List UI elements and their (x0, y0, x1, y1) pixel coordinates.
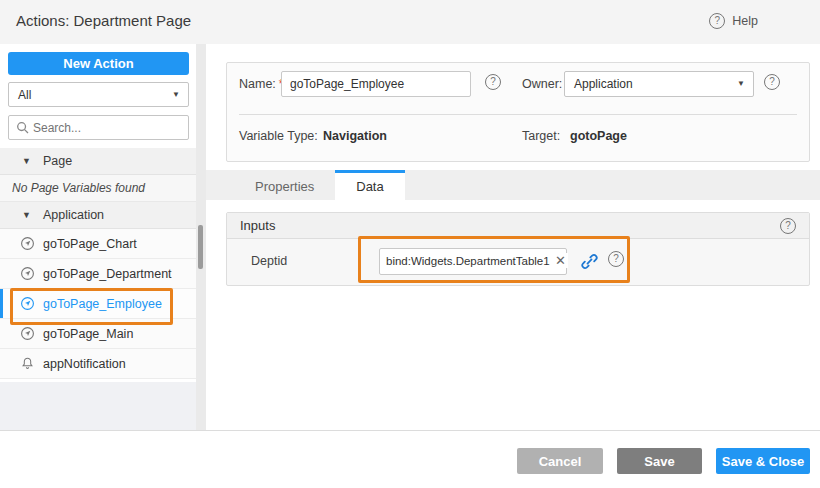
search-box (8, 115, 189, 140)
deptid-bind-value: bind:Widgets.DepartmentTable1.select (386, 249, 550, 274)
save-button[interactable]: Save (617, 448, 702, 474)
clear-binding-icon[interactable]: ✕ (553, 253, 568, 268)
navigation-icon (20, 326, 35, 341)
sidebar-item-appnotification[interactable]: appNotification (0, 349, 196, 379)
chevron-down-icon: ▼ (737, 79, 745, 88)
owner-help-icon[interactable]: ? (764, 74, 780, 90)
action-summary-panel: Name:* ? Owner:* Application ▼ ? Variabl… (226, 62, 810, 162)
owner-select-value: Application (574, 77, 633, 91)
inputs-section: Inputs ? Deptid bind:Widgets.DepartmentT… (226, 212, 810, 286)
tree-section-label: Application (43, 208, 104, 222)
search-icon (16, 121, 30, 135)
variable-type-value: Navigation (323, 129, 387, 143)
help-icon: ? (709, 13, 725, 29)
tree-section-page[interactable]: ▼ Page (0, 148, 196, 175)
navigation-icon (20, 236, 35, 251)
dialog-footer: Cancel Save Save & Close (0, 430, 820, 488)
inputs-help-icon[interactable]: ? (780, 218, 796, 234)
tab-data[interactable]: Data (335, 170, 404, 200)
tab-bar: Properties Data (206, 170, 820, 200)
sidebar-filler (0, 382, 196, 430)
tree-section-application[interactable]: ▼ Application (0, 202, 196, 229)
collapse-arrow-icon: ▼ (22, 210, 31, 220)
dialog-header: Actions: Department Page ? Help (0, 0, 820, 44)
deptid-help-icon[interactable]: ? (608, 251, 624, 267)
navigation-icon (20, 266, 35, 281)
chevron-down-icon: ▼ (172, 90, 180, 99)
navigation-icon (20, 296, 35, 311)
target-value: gotoPage (570, 129, 627, 143)
target-label: Target: (522, 129, 560, 143)
sidebar-item-gotopage-main[interactable]: goToPage_Main (0, 319, 196, 349)
help-button[interactable]: ? Help (709, 13, 758, 29)
inputs-section-header: Inputs ? (227, 213, 809, 239)
owner-label: Owner:* (522, 77, 570, 91)
name-field[interactable] (281, 71, 471, 97)
actions-dialog: Actions: Department Page ? Help New Acti… (0, 0, 820, 488)
new-action-button[interactable]: New Action (8, 52, 189, 75)
help-label: Help (732, 14, 758, 28)
cancel-button[interactable]: Cancel (517, 448, 603, 474)
inputs-section-body: Deptid bind:Widgets.DepartmentTable1.sel… (227, 239, 809, 285)
sidebar-item-label: goToPage_Chart (43, 237, 137, 251)
tab-properties[interactable]: Properties (234, 170, 335, 200)
save-close-button[interactable]: Save & Close (716, 448, 810, 474)
page-title: Actions: Department Page (16, 12, 191, 29)
sidebar-item-label: appNotification (43, 357, 126, 371)
deptid-bind-field[interactable]: bind:Widgets.DepartmentTable1.select ✕ (379, 248, 567, 275)
deptid-label: Deptid (251, 254, 287, 268)
variables-sidebar: New Action All ▼ ▼ Page No Page Variable… (0, 44, 196, 430)
filter-select-value: All (18, 88, 31, 102)
sidebar-item-label: goToPage_Department (43, 267, 172, 281)
filter-select[interactable]: All ▼ (8, 82, 189, 107)
notification-icon (20, 356, 35, 371)
inputs-title: Inputs (240, 218, 780, 233)
name-label: Name:* (239, 77, 284, 91)
variable-type-label: Variable Type: (239, 129, 318, 143)
bind-link-icon[interactable] (581, 253, 598, 270)
sidebar-item-gotopage-chart[interactable]: goToPage_Chart (0, 229, 196, 259)
tree-section-label: Page (43, 154, 72, 168)
owner-select[interactable]: Application ▼ (564, 71, 754, 97)
sidebar-scrollbar-thumb[interactable] (198, 225, 203, 269)
empty-message: No Page Variables found (0, 175, 196, 202)
sidebar-item-label: goToPage_Employee (43, 297, 162, 311)
name-help-icon[interactable]: ? (485, 74, 501, 90)
sidebar-item-label: goToPage_Main (43, 327, 133, 341)
variables-tree: ▼ Page No Page Variables found ▼ Applica… (0, 148, 196, 379)
action-detail-panel: Name:* ? Owner:* Application ▼ ? Variabl… (206, 44, 820, 430)
sidebar-scrollbar-track (196, 44, 206, 430)
search-input[interactable] (33, 116, 185, 139)
collapse-arrow-icon: ▼ (22, 156, 31, 166)
sidebar-item-gotopage-department[interactable]: goToPage_Department (0, 259, 196, 289)
panel-divider (239, 114, 797, 115)
sidebar-item-gotopage-employee[interactable]: goToPage_Employee (0, 289, 196, 319)
